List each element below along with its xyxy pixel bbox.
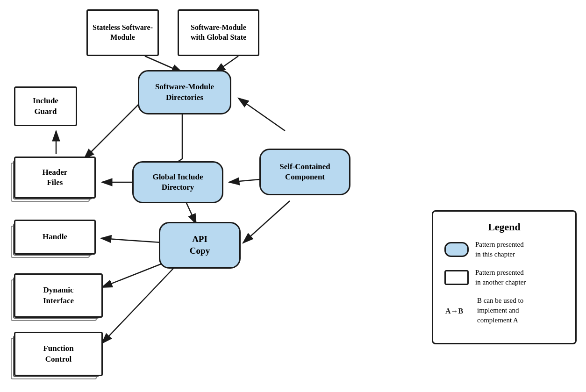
node-stateless: Stateless Software-Module <box>86 9 159 56</box>
svg-line-12 <box>101 238 168 243</box>
node-global-include: Global IncludeDirectory <box>132 161 223 203</box>
legend-arrow-label: A→B <box>444 305 472 317</box>
legend-item-arrow: A→B B can be used toimplement andcomplem… <box>444 296 564 325</box>
legend-arrow-text: B can be used toimplement andcomplement … <box>477 296 523 325</box>
legend-item-plain: Pattern presentedin another chapter <box>444 268 564 287</box>
legend-item-blue: Pattern presentedin this chapter <box>444 240 564 259</box>
node-software-dirs: Software-ModuleDirectories <box>138 70 231 114</box>
diagram-container: Stateless Software-Module Software-Modul… <box>0 0 586 392</box>
svg-line-11 <box>243 201 290 243</box>
node-self-contained: Self-ContainedComponent <box>259 149 350 195</box>
legend-blue-icon <box>444 242 469 257</box>
legend-box: Legend Pattern presentedin this chapter … <box>432 210 577 344</box>
legend-plain-text: Pattern presentedin another chapter <box>475 268 526 287</box>
node-api-copy: APICopy <box>159 222 241 269</box>
node-dynamic-interface: DynamicInterface <box>14 273 103 318</box>
node-header-files: HeaderFiles <box>14 157 96 199</box>
node-handle: Handle <box>14 220 96 255</box>
svg-line-9 <box>84 98 145 159</box>
legend-plain-icon <box>444 270 469 285</box>
svg-line-6 <box>238 98 285 131</box>
node-software-global: Software-Modulewith Global State <box>178 9 259 56</box>
node-function-control: FunctionControl <box>14 332 103 376</box>
svg-text:A→B: A→B <box>445 307 464 315</box>
legend-title: Legend <box>444 221 564 233</box>
legend-blue-text: Pattern presentedin this chapter <box>475 240 524 259</box>
svg-line-14 <box>102 264 178 343</box>
node-include-guard: IncludeGuard <box>14 86 77 126</box>
